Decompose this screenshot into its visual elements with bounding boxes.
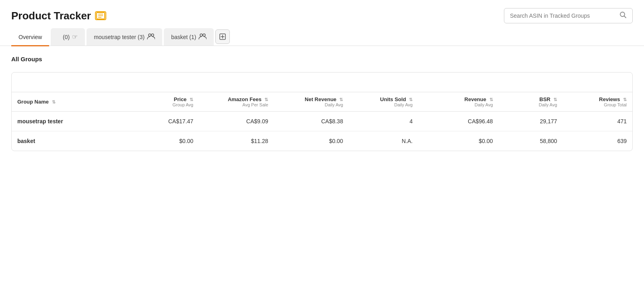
sort-icon-units-sold: ⇅ (409, 97, 413, 102)
cell-net-revenue-1: $0.00 (274, 131, 349, 151)
svg-line-5 (624, 16, 626, 18)
col-header-group-name[interactable]: Group Name ⇅ (12, 92, 129, 112)
sort-icon-reviews: ⇅ (623, 97, 627, 102)
cell-amazon-fees-1: $11.28 (199, 131, 274, 151)
svg-point-7 (151, 34, 154, 36)
table-row: mousetrap tester CA$17.47 CA$9.09 CA$8.3… (12, 112, 632, 131)
page-title: Product Tracker (11, 10, 91, 22)
cell-units-sold-0: 4 (349, 112, 418, 131)
table-card: Group Name ⇅ Price ⇅ Group Avg Amazon Fe… (11, 72, 633, 151)
search-icon (619, 11, 627, 20)
sort-icon-revenue: ⇅ (489, 97, 493, 102)
cell-bsr-1: 58,800 (499, 131, 563, 151)
tab-ungrouped[interactable]: (0) ☞ (51, 28, 85, 46)
col-header-amazon-fees[interactable]: Amazon Fees ⇅ Avg Per Sale (199, 92, 274, 112)
cell-reviews-1: 639 (563, 131, 632, 151)
cell-net-revenue-0: CA$8.38 (274, 112, 349, 131)
add-group-button[interactable] (215, 29, 230, 44)
svg-point-8 (200, 34, 202, 36)
tab-mousetrap-tester[interactable]: mousetrap tester (3) (87, 28, 162, 46)
col-header-units-sold[interactable]: Units Sold ⇅ Daily Avg (349, 92, 418, 112)
table-row: basket $0.00 $11.28 $0.00 N.A. $0.00 58,… (12, 131, 632, 151)
svg-point-9 (203, 34, 205, 36)
col-header-net-revenue[interactable]: Net Revenue ⇅ Daily Avg (274, 92, 349, 112)
sort-icon-price: ⇅ (190, 97, 193, 102)
cursor-icon: ☞ (72, 33, 78, 41)
cell-revenue-0: CA$96.48 (418, 112, 498, 131)
tab-overview-label: Overview (19, 34, 42, 40)
tab-mousetrap-label: mousetrap tester (3) (94, 34, 144, 40)
sort-icon-bsr: ⇅ (553, 97, 557, 102)
all-groups-label: All Groups (11, 52, 633, 66)
users-icon-basket (198, 33, 206, 41)
cell-bsr-0: 29,177 (499, 112, 563, 131)
col-header-price[interactable]: Price ⇅ Group Avg (129, 92, 199, 112)
search-bar[interactable] (504, 8, 633, 23)
cell-price-1: $0.00 (129, 131, 199, 151)
search-input[interactable] (510, 12, 616, 19)
cell-price-0: CA$17.47 (129, 112, 199, 131)
col-header-revenue[interactable]: Revenue ⇅ Daily Avg (418, 92, 498, 112)
header: Product Tracker (0, 0, 644, 28)
sort-icon-net-revenue: ⇅ (339, 97, 343, 102)
table-inner-header (12, 73, 632, 92)
col-header-bsr[interactable]: BSR ⇅ Daily Avg (499, 92, 563, 112)
cell-revenue-1: $0.00 (418, 131, 498, 151)
tab-ungrouped-label: (0) (58, 34, 70, 40)
product-tracker-icon (95, 11, 106, 20)
tab-basket[interactable]: basket (1) (164, 28, 214, 46)
cell-group-name-0[interactable]: mousetrap tester (12, 112, 129, 131)
cell-units-sold-1: N.A. (349, 131, 418, 151)
col-header-reviews[interactable]: Reviews ⇅ Group Total (563, 92, 632, 112)
sort-icon-group-name: ⇅ (52, 100, 56, 105)
cell-reviews-0: 471 (563, 112, 632, 131)
svg-point-6 (149, 34, 151, 36)
sort-icon-amazon-fees: ⇅ (264, 97, 268, 102)
content: All Groups Group Name ⇅ Price ⇅ Group Av… (0, 46, 644, 158)
tab-basket-label: basket (1) (171, 34, 196, 40)
page-wrapper: Product Tracker Overview (0, 0, 644, 301)
cell-amazon-fees-0: CA$9.09 (199, 112, 274, 131)
table-header-row: Group Name ⇅ Price ⇅ Group Avg Amazon Fe… (12, 92, 632, 112)
cell-group-name-1[interactable]: basket (12, 131, 129, 151)
tab-overview[interactable]: Overview (11, 29, 49, 46)
tabs-section: Overview (0) ☞ mousetrap tester (3) (0, 28, 644, 46)
header-left: Product Tracker (11, 10, 106, 22)
users-icon-mousetrap (147, 33, 155, 41)
groups-table: Group Name ⇅ Price ⇅ Group Avg Amazon Fe… (12, 92, 632, 151)
